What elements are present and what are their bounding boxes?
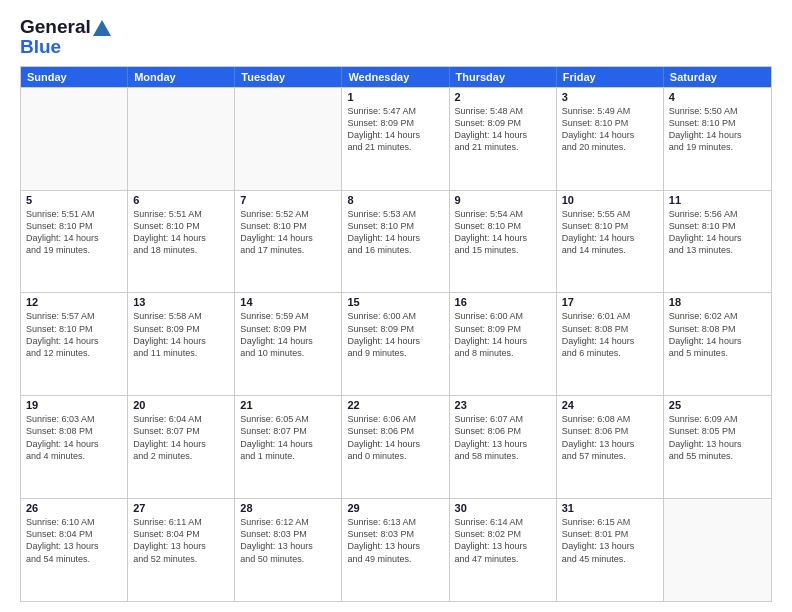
cell-info: Sunrise: 5:51 AM Sunset: 8:10 PM Dayligh… [26, 208, 122, 257]
cal-cell: 15Sunrise: 6:00 AM Sunset: 8:09 PM Dayli… [342, 293, 449, 395]
cal-cell: 31Sunrise: 6:15 AM Sunset: 8:01 PM Dayli… [557, 499, 664, 601]
cell-info: Sunrise: 5:48 AM Sunset: 8:09 PM Dayligh… [455, 105, 551, 154]
cal-cell [664, 499, 771, 601]
day-number: 20 [133, 399, 229, 411]
day-number: 23 [455, 399, 551, 411]
cal-row-2: 12Sunrise: 5:57 AM Sunset: 8:10 PM Dayli… [21, 292, 771, 395]
cal-cell: 16Sunrise: 6:00 AM Sunset: 8:09 PM Dayli… [450, 293, 557, 395]
day-number: 15 [347, 296, 443, 308]
day-number: 9 [455, 194, 551, 206]
header: General Blue [20, 16, 772, 58]
cell-info: Sunrise: 6:07 AM Sunset: 8:06 PM Dayligh… [455, 413, 551, 462]
day-number: 19 [26, 399, 122, 411]
cal-cell [128, 88, 235, 190]
cal-cell: 22Sunrise: 6:06 AM Sunset: 8:06 PM Dayli… [342, 396, 449, 498]
cal-header-cell-saturday: Saturday [664, 67, 771, 87]
day-number: 17 [562, 296, 658, 308]
day-number: 26 [26, 502, 122, 514]
cal-header-cell-monday: Monday [128, 67, 235, 87]
cell-info: Sunrise: 6:12 AM Sunset: 8:03 PM Dayligh… [240, 516, 336, 565]
day-number: 21 [240, 399, 336, 411]
cal-cell: 25Sunrise: 6:09 AM Sunset: 8:05 PM Dayli… [664, 396, 771, 498]
cell-info: Sunrise: 5:55 AM Sunset: 8:10 PM Dayligh… [562, 208, 658, 257]
cell-info: Sunrise: 6:05 AM Sunset: 8:07 PM Dayligh… [240, 413, 336, 462]
cal-cell [21, 88, 128, 190]
cell-info: Sunrise: 6:15 AM Sunset: 8:01 PM Dayligh… [562, 516, 658, 565]
cal-cell: 5Sunrise: 5:51 AM Sunset: 8:10 PM Daylig… [21, 191, 128, 293]
logo-blue: Blue [20, 36, 111, 58]
cal-cell: 17Sunrise: 6:01 AM Sunset: 8:08 PM Dayli… [557, 293, 664, 395]
cal-cell: 3Sunrise: 5:49 AM Sunset: 8:10 PM Daylig… [557, 88, 664, 190]
day-number: 4 [669, 91, 766, 103]
cell-info: Sunrise: 6:09 AM Sunset: 8:05 PM Dayligh… [669, 413, 766, 462]
cell-info: Sunrise: 5:54 AM Sunset: 8:10 PM Dayligh… [455, 208, 551, 257]
cal-cell: 1Sunrise: 5:47 AM Sunset: 8:09 PM Daylig… [342, 88, 449, 190]
cal-cell: 13Sunrise: 5:58 AM Sunset: 8:09 PM Dayli… [128, 293, 235, 395]
cal-cell: 9Sunrise: 5:54 AM Sunset: 8:10 PM Daylig… [450, 191, 557, 293]
day-number: 29 [347, 502, 443, 514]
svg-marker-0 [93, 20, 111, 36]
cell-info: Sunrise: 6:06 AM Sunset: 8:06 PM Dayligh… [347, 413, 443, 462]
cal-cell: 30Sunrise: 6:14 AM Sunset: 8:02 PM Dayli… [450, 499, 557, 601]
calendar-header: SundayMondayTuesdayWednesdayThursdayFrid… [21, 67, 771, 87]
day-number: 5 [26, 194, 122, 206]
cell-info: Sunrise: 6:00 AM Sunset: 8:09 PM Dayligh… [455, 310, 551, 359]
cell-info: Sunrise: 5:49 AM Sunset: 8:10 PM Dayligh… [562, 105, 658, 154]
cal-cell: 20Sunrise: 6:04 AM Sunset: 8:07 PM Dayli… [128, 396, 235, 498]
day-number: 2 [455, 91, 551, 103]
cell-info: Sunrise: 5:56 AM Sunset: 8:10 PM Dayligh… [669, 208, 766, 257]
day-number: 14 [240, 296, 336, 308]
cell-info: Sunrise: 5:57 AM Sunset: 8:10 PM Dayligh… [26, 310, 122, 359]
cal-cell: 26Sunrise: 6:10 AM Sunset: 8:04 PM Dayli… [21, 499, 128, 601]
cell-info: Sunrise: 6:14 AM Sunset: 8:02 PM Dayligh… [455, 516, 551, 565]
cal-cell: 21Sunrise: 6:05 AM Sunset: 8:07 PM Dayli… [235, 396, 342, 498]
cal-cell: 18Sunrise: 6:02 AM Sunset: 8:08 PM Dayli… [664, 293, 771, 395]
logo-icon [93, 20, 111, 36]
cal-row-0: 1Sunrise: 5:47 AM Sunset: 8:09 PM Daylig… [21, 87, 771, 190]
day-number: 8 [347, 194, 443, 206]
day-number: 16 [455, 296, 551, 308]
cell-info: Sunrise: 5:59 AM Sunset: 8:09 PM Dayligh… [240, 310, 336, 359]
cal-row-3: 19Sunrise: 6:03 AM Sunset: 8:08 PM Dayli… [21, 395, 771, 498]
day-number: 24 [562, 399, 658, 411]
day-number: 6 [133, 194, 229, 206]
cell-info: Sunrise: 6:01 AM Sunset: 8:08 PM Dayligh… [562, 310, 658, 359]
day-number: 11 [669, 194, 766, 206]
day-number: 3 [562, 91, 658, 103]
cal-cell: 12Sunrise: 5:57 AM Sunset: 8:10 PM Dayli… [21, 293, 128, 395]
day-number: 13 [133, 296, 229, 308]
day-number: 18 [669, 296, 766, 308]
cal-cell: 11Sunrise: 5:56 AM Sunset: 8:10 PM Dayli… [664, 191, 771, 293]
cal-cell: 24Sunrise: 6:08 AM Sunset: 8:06 PM Dayli… [557, 396, 664, 498]
calendar: SundayMondayTuesdayWednesdayThursdayFrid… [20, 66, 772, 602]
day-number: 25 [669, 399, 766, 411]
cal-cell: 8Sunrise: 5:53 AM Sunset: 8:10 PM Daylig… [342, 191, 449, 293]
cal-cell: 7Sunrise: 5:52 AM Sunset: 8:10 PM Daylig… [235, 191, 342, 293]
day-number: 12 [26, 296, 122, 308]
cell-info: Sunrise: 6:04 AM Sunset: 8:07 PM Dayligh… [133, 413, 229, 462]
cal-header-cell-friday: Friday [557, 67, 664, 87]
cell-info: Sunrise: 6:03 AM Sunset: 8:08 PM Dayligh… [26, 413, 122, 462]
cal-cell: 14Sunrise: 5:59 AM Sunset: 8:09 PM Dayli… [235, 293, 342, 395]
day-number: 1 [347, 91, 443, 103]
cell-info: Sunrise: 6:00 AM Sunset: 8:09 PM Dayligh… [347, 310, 443, 359]
day-number: 7 [240, 194, 336, 206]
cell-info: Sunrise: 5:53 AM Sunset: 8:10 PM Dayligh… [347, 208, 443, 257]
cell-info: Sunrise: 5:50 AM Sunset: 8:10 PM Dayligh… [669, 105, 766, 154]
cal-cell: 10Sunrise: 5:55 AM Sunset: 8:10 PM Dayli… [557, 191, 664, 293]
cell-info: Sunrise: 6:08 AM Sunset: 8:06 PM Dayligh… [562, 413, 658, 462]
calendar-body: 1Sunrise: 5:47 AM Sunset: 8:09 PM Daylig… [21, 87, 771, 601]
cell-info: Sunrise: 6:13 AM Sunset: 8:03 PM Dayligh… [347, 516, 443, 565]
cal-cell: 28Sunrise: 6:12 AM Sunset: 8:03 PM Dayli… [235, 499, 342, 601]
cal-cell [235, 88, 342, 190]
cell-info: Sunrise: 5:51 AM Sunset: 8:10 PM Dayligh… [133, 208, 229, 257]
cal-cell: 4Sunrise: 5:50 AM Sunset: 8:10 PM Daylig… [664, 88, 771, 190]
day-number: 28 [240, 502, 336, 514]
logo-text: General [20, 16, 111, 38]
day-number: 31 [562, 502, 658, 514]
cell-info: Sunrise: 5:58 AM Sunset: 8:09 PM Dayligh… [133, 310, 229, 359]
cal-header-cell-wednesday: Wednesday [342, 67, 449, 87]
day-number: 30 [455, 502, 551, 514]
cal-header-cell-thursday: Thursday [450, 67, 557, 87]
cal-row-4: 26Sunrise: 6:10 AM Sunset: 8:04 PM Dayli… [21, 498, 771, 601]
